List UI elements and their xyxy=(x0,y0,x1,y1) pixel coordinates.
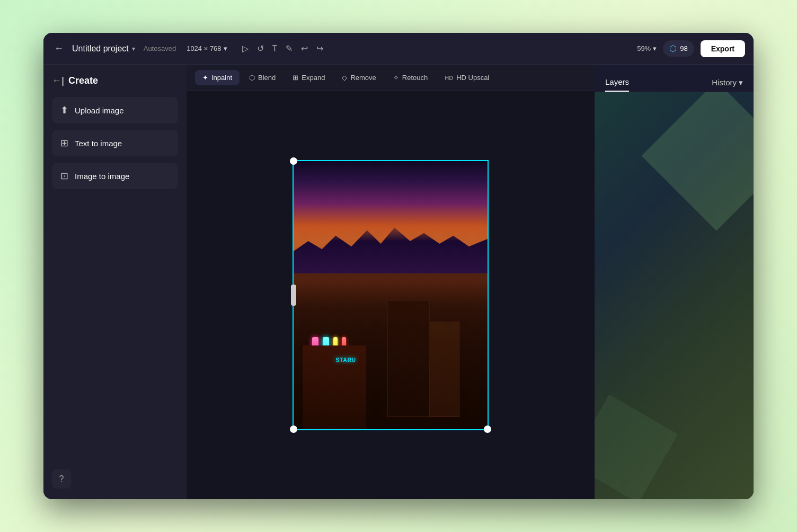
image-to-image-icon: ⊡ xyxy=(60,170,68,182)
help-icon: ? xyxy=(59,474,64,484)
text-tool-icon[interactable]: T xyxy=(272,44,278,54)
zoom-value: 59% xyxy=(637,45,651,52)
header: ← Untitled project ▾ Autosaved 1024 × 76… xyxy=(43,33,754,65)
inpaint-icon: ✦ xyxy=(202,74,208,82)
pen-tool-icon[interactable]: ✎ xyxy=(286,43,293,54)
canvas-area: ✦ Inpaint ⬡ Blend ⊞ Expand ◇ Remove ✧ xyxy=(187,65,595,499)
autosaved-status: Autosaved xyxy=(144,45,176,52)
upscale-tool-button[interactable]: HD HD Upscal xyxy=(437,70,497,85)
zoom-control[interactable]: 59% ▾ xyxy=(637,45,657,52)
handle-bottom-left[interactable] xyxy=(290,425,297,433)
tab-history[interactable]: History ▾ xyxy=(712,78,743,87)
sidebar-title: Create xyxy=(68,75,98,86)
right-panel: Layers History ▾ Export settings File ty… xyxy=(595,65,754,499)
tool-group: ▷ ↺ T ✎ ↩ ↪ xyxy=(242,43,324,54)
canvas-image-container: STARU xyxy=(293,160,489,430)
blend-icon: ⬡ xyxy=(249,74,255,82)
upload-image-label: Upload image xyxy=(75,106,124,115)
selection-box xyxy=(293,160,489,430)
history-tab-label: History xyxy=(712,78,737,87)
handle-mid-left[interactable] xyxy=(291,285,296,306)
undo-icon[interactable]: ↩ xyxy=(301,43,308,54)
bg-decoration-1 xyxy=(642,92,754,230)
expand-tool-button[interactable]: ⊞ Expand xyxy=(285,70,332,85)
text-to-image-icon: ⊞ xyxy=(60,137,68,149)
upscale-icon: HD xyxy=(445,75,453,81)
retouch-tool-button[interactable]: ✧ Retouch xyxy=(386,70,435,85)
canvas-viewport[interactable]: STARU xyxy=(187,91,595,499)
retouch-label: Retouch xyxy=(402,74,428,82)
export-button[interactable]: Export xyxy=(701,40,745,57)
dimensions-chevron-icon: ▾ xyxy=(224,45,227,52)
expand-icon: ⊞ xyxy=(293,74,298,82)
bg-decoration-2 xyxy=(595,395,678,499)
remove-label: Remove xyxy=(350,74,376,82)
remove-icon: ◇ xyxy=(342,74,347,82)
upscale-label: HD Upscal xyxy=(456,74,489,82)
main-content: ←| Create ⬆ Upload image ⊞ Text to image… xyxy=(43,65,754,499)
left-sidebar: ←| Create ⬆ Upload image ⊞ Text to image… xyxy=(43,65,187,499)
rotate-tool-icon[interactable]: ↺ xyxy=(257,43,264,54)
credits-display: ⬡ 98 xyxy=(663,40,694,57)
retouch-icon: ✧ xyxy=(393,74,399,82)
upload-icon: ⬆ xyxy=(60,104,68,116)
credits-count: 98 xyxy=(680,45,687,52)
inpaint-label: Inpaint xyxy=(211,74,232,82)
select-tool-icon[interactable]: ▷ xyxy=(242,43,249,54)
credits-icon: ⬡ xyxy=(669,43,677,54)
remove-tool-button[interactable]: ◇ Remove xyxy=(334,70,383,85)
image-to-image-label: Image to image xyxy=(75,172,129,181)
dimensions-selector[interactable]: 1024 × 768 ▾ xyxy=(187,45,227,52)
blend-tool-button[interactable]: ⬡ Blend xyxy=(242,70,283,85)
back-button[interactable]: ← xyxy=(52,41,66,56)
tab-layers[interactable]: Layers xyxy=(605,73,629,92)
text-to-image-label: Text to image xyxy=(75,139,122,148)
canvas-toolbar: ✦ Inpaint ⬡ Blend ⊞ Expand ◇ Remove ✧ xyxy=(187,65,595,91)
history-chevron-icon: ▾ xyxy=(739,78,743,87)
redo-icon[interactable]: ↪ xyxy=(316,43,323,54)
inpaint-tool-button[interactable]: ✦ Inpaint xyxy=(195,70,240,85)
help-button[interactable]: ? xyxy=(52,469,71,489)
dimensions-value: 1024 × 768 xyxy=(187,45,221,52)
project-name[interactable]: Untitled project ▾ xyxy=(72,44,135,54)
project-name-chevron-icon: ▾ xyxy=(132,45,135,52)
handle-bottom-right[interactable] xyxy=(484,425,491,433)
panel-background: Export settings File type JPEG ▾ Size xyxy=(595,92,754,499)
project-name-text: Untitled project xyxy=(72,44,129,54)
sidebar-header: ←| Create xyxy=(52,75,178,86)
sidebar-back-arrow-icon: ←| xyxy=(52,75,64,86)
expand-label: Expand xyxy=(302,74,325,82)
app-window: ← Untitled project ▾ Autosaved 1024 × 76… xyxy=(43,33,754,499)
blend-label: Blend xyxy=(258,74,276,82)
text-to-image-button[interactable]: ⊞ Text to image xyxy=(52,130,178,156)
image-to-image-button[interactable]: ⊡ Image to image xyxy=(52,163,178,189)
upload-image-button[interactable]: ⬆ Upload image xyxy=(52,97,178,123)
handle-top-left[interactable] xyxy=(290,157,297,165)
zoom-chevron-icon: ▾ xyxy=(653,45,657,52)
panel-tabs: Layers History ▾ xyxy=(595,65,754,92)
